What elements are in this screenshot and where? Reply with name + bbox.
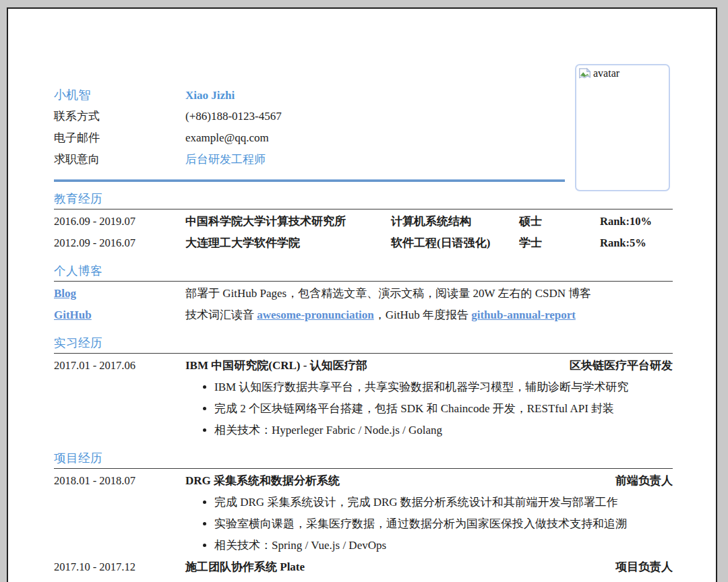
edu-degree: 学士 (519, 232, 600, 254)
awesome-pronunciation-link[interactable]: awesome-pronunciation (257, 309, 373, 321)
name-en: Xiao Jizhi (185, 85, 235, 106)
edu-date: 2016.09 - 2019.07 (54, 211, 185, 232)
intent-label: 求职意向 (54, 149, 185, 170)
project-role: 前端负责人 (615, 470, 673, 492)
bullet-item: IBM 认知医疗数据共享平台，共享实验数据和机器学习模型，辅助诊断与学术研究 (214, 377, 673, 398)
blog-description: 部署于 GitHub Pages，包含精选文章、演示文稿，阅读量 20W 左右的… (185, 283, 673, 304)
broken-image-icon (578, 67, 593, 82)
bullet-item: 相关技术：Spring / Vue.js / DevOps (214, 535, 673, 556)
edu-degree: 硕士 (519, 211, 600, 232)
section-rule (54, 353, 673, 354)
email-address: example@qq.com (185, 127, 269, 149)
github-annual-report-link[interactable]: github-annual-report (471, 309, 576, 321)
internship-bullets: IBM 认知医疗数据共享平台，共享实验数据和机器学习模型，辅助诊断与学术研究 完… (54, 377, 673, 441)
project-bullets: 完成 DRG 采集系统设计，完成 DRG 数据分析系统设计和其前端开发与部署工作… (54, 492, 673, 556)
phone-number: (+86)188-0123-4567 (185, 106, 282, 127)
email-label: 电子邮件 (54, 127, 185, 149)
internship-date: 2017.01 - 2017.06 (54, 355, 185, 377)
name-cn: 小机智 (54, 84, 185, 106)
project-name: 施工团队协作系统 Plate (185, 556, 305, 578)
section-title-education: 教育经历 (54, 191, 673, 207)
edu-school: 中国科学院大学计算技术研究所 (185, 211, 391, 232)
project-role: 项目负责人 (615, 556, 673, 578)
edu-date: 2012.09 - 2016.07 (54, 232, 185, 254)
project-date: 2017.10 - 2017.12 (54, 556, 185, 578)
project-item-header: 2017.10 - 2017.12 施工团队协作系统 Plate 项目负责人 (54, 556, 673, 578)
section-title-blog: 个人博客 (54, 263, 673, 279)
section-title-projects: 项目经历 (54, 450, 673, 466)
bullet-item: 实验室横向课题，采集医疗数据，通过数据分析为国家医保投入做技术支持和追溯 (214, 513, 673, 535)
resume-page: avatar 小机智 Xiao Jizhi 联系方式 (+86)188-0123… (7, 7, 717, 582)
section-rule (54, 468, 673, 469)
contact-label: 联系方式 (54, 106, 185, 127)
bullet-item: 相关技术：Hyperleger Fabric / Node.js / Golan… (214, 420, 673, 441)
section-rule (54, 209, 673, 209)
internship-role: 区块链医疗平台研发 (570, 355, 673, 377)
bullet-item: 完成 DRG 采集系统设计，完成 DRG 数据分析系统设计和其前端开发与部署工作 (214, 492, 673, 513)
blog-row: GitHub 技术词汇读音 awesome-pronunciation，GitH… (54, 304, 673, 326)
section-rule (54, 281, 673, 282)
project-name: DRG 采集系统和数据分析系统 (185, 470, 340, 492)
project-item-header: 2018.01 - 2018.07 DRG 采集系统和数据分析系统 前端负责人 (54, 470, 673, 492)
blog-row: Blog 部署于 GitHub Pages，包含精选文章、演示文稿，阅读量 20… (54, 283, 673, 304)
internship-item-header: 2017.01 - 2017.06 IBM 中国研究院(CRL) - 认知医疗部… (54, 355, 673, 377)
github-description: 技术词汇读音 awesome-pronunciation，GitHub 年度报告… (185, 304, 673, 326)
bullet-item: 土木工程管理平台，用来帮助施工人员进行现场照片采集，任务发布和工程管理 (214, 578, 673, 582)
education-row: 2016.09 - 2019.07 中国科学院大学计算技术研究所 计算机系统结构… (54, 211, 673, 232)
avatar-alt-text: avatar (593, 67, 619, 79)
github-text-b: ，GitHub 年度报告 (374, 309, 472, 321)
project-bullets: 土木工程管理平台，用来帮助施工人员进行现场照片采集，任务发布和工程管理 (54, 578, 673, 582)
project-date: 2018.01 - 2018.07 (54, 470, 185, 492)
edu-major: 软件工程(日语强化) (391, 232, 519, 254)
edu-school: 大连理工大学软件学院 (185, 232, 391, 254)
section-title-internship: 实习经历 (54, 335, 673, 351)
education-row: 2012.09 - 2016.07 大连理工大学软件学院 软件工程(日语强化) … (54, 232, 673, 254)
github-text-a: 技术词汇读音 (185, 309, 257, 321)
edu-rank: Rank:10% (600, 211, 652, 232)
avatar: avatar (575, 64, 670, 191)
header-divider (54, 179, 565, 182)
github-link[interactable]: GitHub (54, 309, 92, 321)
edu-major: 计算机系统结构 (391, 211, 519, 232)
job-intent: 后台研发工程师 (185, 149, 266, 170)
edu-rank: Rank:5% (600, 232, 646, 254)
bullet-item: 完成 2 个区块链网络平台搭建，包括 SDK 和 Chaincode 开发，RE… (214, 398, 673, 420)
blog-link[interactable]: Blog (54, 287, 76, 300)
internship-org: IBM 中国研究院(CRL) - 认知医疗部 (185, 355, 367, 377)
